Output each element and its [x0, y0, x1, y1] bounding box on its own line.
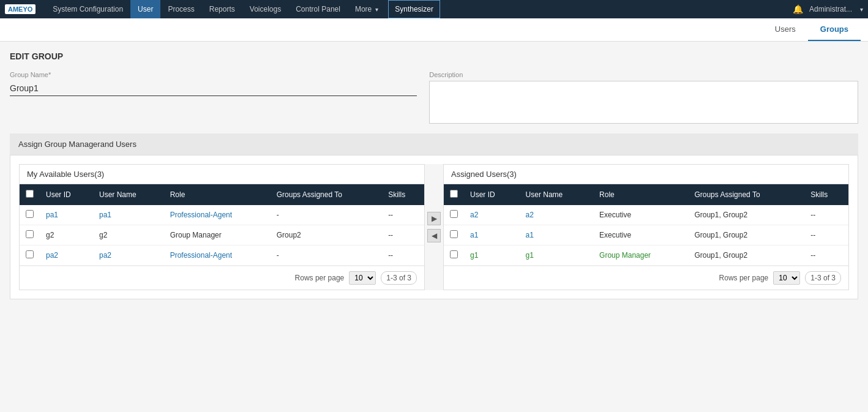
description-field: Description — [429, 71, 858, 124]
row-skills: -- — [804, 225, 848, 245]
table-row: pa1 pa1 Professional-Agent - -- — [20, 205, 424, 225]
row-userid[interactable]: pa2 — [40, 245, 93, 266]
available-col-groups: Groups Assigned To — [271, 184, 382, 205]
available-table-footer: Rows per page 10 1-3 of 3 — [20, 266, 424, 290]
row-userid[interactable]: a1 — [464, 225, 520, 245]
available-col-role: Role — [164, 184, 271, 205]
available-col-skills: Skills — [382, 184, 424, 205]
tab-groups[interactable]: Groups — [808, 18, 861, 41]
table-row: a1 a1 Executive Group1, Group2 -- — [444, 225, 848, 245]
row-groups: - — [271, 245, 382, 266]
row-check — [444, 205, 464, 225]
table-row: g1 g1 Group Manager Group1, Group2 -- — [444, 245, 848, 266]
assigned-col-skills: Skills — [804, 184, 848, 205]
nav-process[interactable]: Process — [160, 0, 201, 18]
top-tabs: Users Groups — [0, 18, 868, 42]
table-row: a2 a2 Executive Group1, Group2 -- — [444, 205, 848, 225]
rows-per-page-label: Rows per page — [295, 274, 345, 282]
nav-more[interactable]: More ▾ — [348, 0, 386, 18]
row-skills: -- — [804, 205, 848, 225]
row-skills: -- — [804, 245, 848, 266]
row-checkbox[interactable] — [26, 250, 34, 258]
row-skills: -- — [382, 225, 424, 245]
row-role: Professional-Agent — [164, 205, 271, 225]
row-checkbox[interactable] — [26, 210, 34, 218]
rows-per-page-select[interactable]: 10 — [349, 271, 376, 285]
row-groups: Group2 — [271, 225, 382, 245]
transfer-right-button[interactable]: ▶ — [427, 212, 441, 225]
transfer-buttons: ▶ ◀ — [425, 164, 443, 290]
nav-reports[interactable]: Reports — [202, 0, 242, 18]
table-row: pa2 pa2 Professional-Agent - -- — [20, 245, 424, 266]
main-content: EDIT GROUP Group Name* Description Assig… — [0, 42, 868, 412]
available-users-panel: My Available Users(3) User ID User Name … — [19, 164, 425, 290]
nav-control-panel[interactable]: Control Panel — [288, 0, 348, 18]
row-checkbox[interactable] — [450, 210, 458, 218]
nav-system-configuration[interactable]: System Configuration — [45, 0, 130, 18]
assigned-pagination-info: 1-3 of 3 — [805, 271, 841, 285]
available-check-all-header — [20, 184, 40, 205]
assigned-rows-per-page-select[interactable]: 10 — [773, 271, 800, 285]
assigned-check-all[interactable] — [450, 190, 458, 198]
transfer-left-button[interactable]: ◀ — [427, 229, 441, 242]
nav-user[interactable]: User — [130, 0, 160, 18]
tab-users[interactable]: Users — [763, 18, 808, 41]
group-name-label: Group Name* — [10, 71, 417, 78]
row-check — [20, 225, 40, 245]
tables-row: My Available Users(3) User ID User Name … — [19, 164, 849, 290]
available-panel-title: My Available Users(3) — [20, 165, 424, 184]
nav-right: 🔔 Administrat... ▾ — [793, 4, 863, 14]
row-checkbox[interactable] — [450, 250, 458, 258]
row-checkbox[interactable] — [26, 230, 34, 238]
row-check — [444, 245, 464, 266]
assigned-col-groups: Groups Assigned To — [688, 184, 804, 205]
description-label: Description — [429, 71, 858, 78]
description-input[interactable] — [429, 81, 858, 124]
row-check — [20, 245, 40, 266]
available-users-table: User ID User Name Role Groups Assigned T… — [20, 184, 424, 266]
row-skills: -- — [382, 245, 424, 266]
row-username[interactable]: pa2 — [93, 245, 164, 266]
admin-chevron-icon: ▾ — [860, 6, 863, 13]
assigned-table-header: User ID User Name Role Groups Assigned T… — [444, 184, 848, 205]
group-name-input[interactable] — [10, 81, 417, 96]
available-col-username: User Name — [93, 184, 164, 205]
row-userid[interactable]: a2 — [464, 205, 520, 225]
row-userid[interactable]: pa1 — [40, 205, 93, 225]
row-role: Executive — [593, 225, 688, 245]
row-skills: -- — [382, 205, 424, 225]
assigned-users-table: User ID User Name Role Groups Assigned T… — [444, 184, 848, 266]
group-name-field: Group Name* — [10, 71, 417, 124]
pagination-info: 1-3 of 3 — [381, 271, 417, 285]
row-groups: Group1, Group2 — [688, 225, 804, 245]
row-userid: g2 — [40, 225, 93, 245]
bell-icon[interactable]: 🔔 — [793, 4, 803, 14]
logo-text: AMEYO — [5, 4, 36, 14]
admin-label[interactable]: Administrat... — [809, 5, 852, 13]
row-username[interactable]: a1 — [520, 225, 593, 245]
navbar: AMEYO System Configuration User Process … — [0, 0, 868, 18]
row-role: Professional-Agent — [164, 245, 271, 266]
row-role: Group Manager — [164, 225, 271, 245]
row-role: Group Manager — [593, 245, 688, 266]
row-check — [444, 225, 464, 245]
assigned-table-footer: Rows per page 10 1-3 of 3 — [444, 266, 848, 290]
row-username[interactable]: g1 — [520, 245, 593, 266]
row-userid[interactable]: g1 — [464, 245, 520, 266]
assign-section-header: Assign Group Managerand Users — [10, 133, 858, 155]
chevron-down-icon: ▾ — [375, 6, 378, 13]
form-row: Group Name* Description — [10, 71, 858, 124]
nav-voicelogs[interactable]: Voicelogs — [242, 0, 288, 18]
row-check — [20, 205, 40, 225]
nav-items: System Configuration User Process Report… — [45, 0, 793, 18]
available-check-all[interactable] — [26, 190, 34, 198]
assigned-col-userid: User ID — [464, 184, 520, 205]
row-username[interactable]: a2 — [520, 205, 593, 225]
logo: AMEYO — [5, 4, 38, 14]
row-checkbox[interactable] — [450, 230, 458, 238]
available-col-userid: User ID — [40, 184, 93, 205]
nav-synthesizer[interactable]: Synthesizer — [388, 0, 440, 18]
assigned-col-role: Role — [593, 184, 688, 205]
row-username[interactable]: pa1 — [93, 205, 164, 225]
row-role: Executive — [593, 205, 688, 225]
